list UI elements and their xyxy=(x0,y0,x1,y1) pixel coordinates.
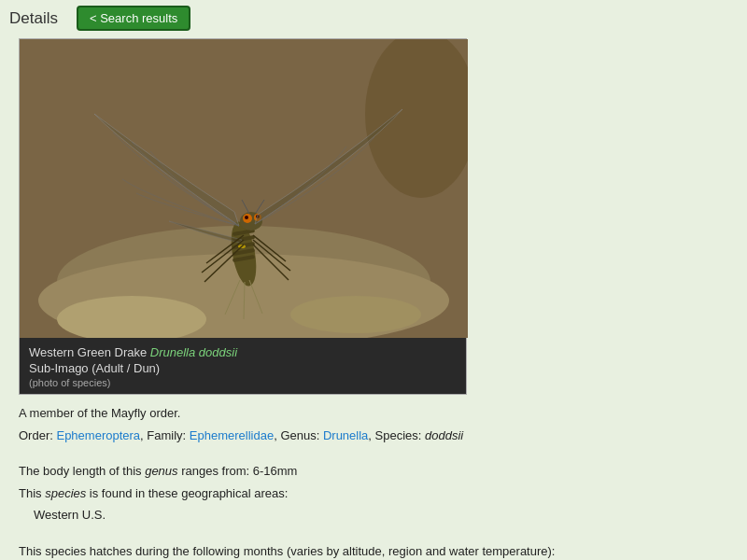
species-value: doddsii xyxy=(425,428,463,442)
stage-label: Sub-Imago (Adult / Dun) xyxy=(29,361,457,375)
image-caption: Western Green Drake Drunella doddsii Sub… xyxy=(20,338,466,394)
common-name: Western Green Drake xyxy=(29,345,147,359)
species-name-label: Western Green Drake Drunella doddsii xyxy=(29,345,457,359)
description-line1: A member of the Mayfly order. xyxy=(19,404,728,423)
scientific-name: Drunella doddsii xyxy=(150,345,237,359)
order-label: Order: xyxy=(19,428,56,442)
genus-link[interactable]: Drunella xyxy=(323,428,368,442)
photo-note: (photo of species) xyxy=(29,377,457,388)
order-link[interactable]: Ephemeroptera xyxy=(56,428,140,442)
mayfly-illustration xyxy=(20,39,468,338)
species-label: , Species: xyxy=(368,428,425,442)
search-results-button[interactable]: < Search results xyxy=(77,6,190,31)
svg-point-4 xyxy=(290,296,421,333)
location-line: Western U.S. xyxy=(34,506,728,525)
hatch-label: This species hatches during the followin… xyxy=(19,542,728,561)
genus-label: , Genus: xyxy=(274,428,323,442)
found-in-line: This species is found in these geographi… xyxy=(19,484,728,503)
family-link[interactable]: Ephemerellidae xyxy=(190,428,274,442)
taxonomy-line: Order: Ephemeroptera, Family: Ephemerell… xyxy=(19,427,728,445)
family-label: , Family: xyxy=(140,428,190,442)
body-length-line: The body length of this genus ranges fro… xyxy=(19,462,728,481)
species-photo xyxy=(20,39,468,338)
species-image-container: Western Green Drake Drunella doddsii Sub… xyxy=(19,38,467,395)
svg-point-17 xyxy=(245,216,248,219)
species-details: A member of the Mayfly order. Order: Eph… xyxy=(19,404,728,560)
page-title: Details xyxy=(9,9,58,28)
